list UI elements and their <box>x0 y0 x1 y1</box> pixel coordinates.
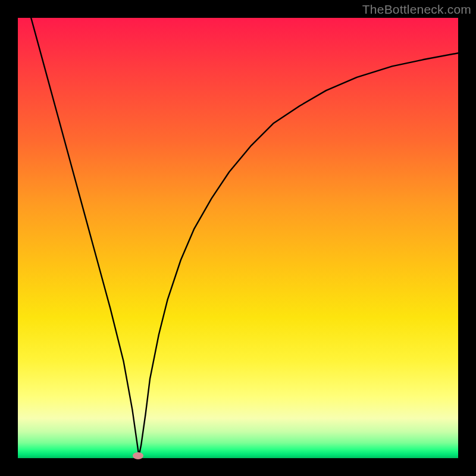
curve-svg <box>18 18 458 458</box>
plot-area <box>18 18 458 458</box>
chart-frame: TheBottleneck.com <box>0 0 476 476</box>
watermark-text: TheBottleneck.com <box>362 2 471 17</box>
bottleneck-curve <box>31 18 458 456</box>
min-point-marker <box>133 452 143 459</box>
